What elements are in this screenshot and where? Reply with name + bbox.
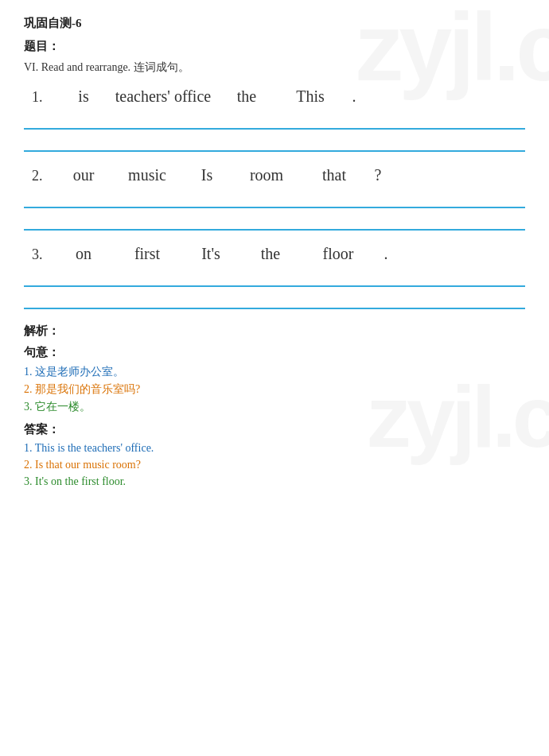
meaning-3: 3. 它在一楼。 (24, 400, 525, 414)
analysis-label: 解析： (24, 324, 525, 339)
meaning-2: 2. 那是我们的音乐室吗? (24, 382, 525, 397)
exercise-1-word-2: teachers' office (111, 87, 215, 106)
exercise-1-line-1 (24, 112, 525, 130)
word-row-3: 3. on first It's the floor . (24, 245, 525, 263)
answer-3: 3. It's on the first floor. (24, 475, 525, 488)
exercise-1-line-2 (24, 134, 525, 152)
exercise-2-word-2: music (111, 166, 183, 184)
answer-1: 1. This is the teachers' office. (24, 442, 525, 455)
exercise-2-line-2 (24, 213, 525, 231)
instruction-line: VI. Read and rearrange. 连词成句。 (24, 60, 525, 75)
exercise-3-word-6: . (374, 245, 398, 263)
exercise-3-answer-lines (24, 269, 525, 309)
exercise-2-word-3: Is (183, 166, 231, 184)
section-prefix: 题目： (24, 39, 525, 54)
exercise-3: 3. on first It's the floor . (24, 245, 525, 309)
exercise-1: 1. is teachers' office the This . (24, 87, 525, 152)
exercise-2: 2. our music Is room that ? (24, 166, 525, 231)
answer-label: 答案： (24, 422, 525, 437)
exercise-2-answer-lines (24, 191, 525, 231)
word-row-2: 2. our music Is room that ? (24, 166, 525, 184)
exercise-3-line-1 (24, 269, 525, 287)
exercise-2-word-1: our (56, 166, 111, 184)
analysis-section: 解析： 句意： 1. 这是老师办公室。 2. 那是我们的音乐室吗? 3. 它在一… (24, 324, 525, 488)
meaning-label: 句意： (24, 345, 525, 360)
exercise-2-num: 2. (32, 168, 56, 184)
exercise-2-word-5: that (302, 166, 366, 184)
exercise-3-word-4: the (239, 245, 302, 263)
exercise-2-word-4: room (231, 166, 302, 184)
exercise-3-word-2: first (111, 245, 183, 263)
exercise-3-line-2 (24, 292, 525, 309)
exercise-1-word-1: is (56, 87, 111, 106)
instruction-en: VI. Read and rearrange. (24, 61, 130, 73)
exercise-1-answer-lines (24, 112, 525, 152)
word-row-1: 1. is teachers' office the This . (24, 87, 525, 106)
exercise-1-word-5: . (342, 87, 366, 106)
page-title: 巩固自测-6 (24, 16, 525, 31)
exercise-1-num: 1. (32, 89, 56, 106)
instruction-cn: 连词成句。 (134, 61, 189, 73)
exercise-1-word-3: the (215, 87, 278, 106)
meaning-1: 1. 这是老师办公室。 (24, 365, 525, 379)
exercise-3-word-3: It's (183, 245, 239, 263)
exercise-1-word-4: This (278, 87, 342, 106)
answer-2: 2. Is that our music room? (24, 459, 525, 471)
exercise-3-word-5: floor (302, 245, 374, 263)
exercise-3-word-1: on (56, 245, 111, 263)
exercise-2-word-6: ? (366, 166, 390, 184)
exercise-2-line-1 (24, 191, 525, 208)
exercise-3-num: 3. (32, 246, 56, 263)
